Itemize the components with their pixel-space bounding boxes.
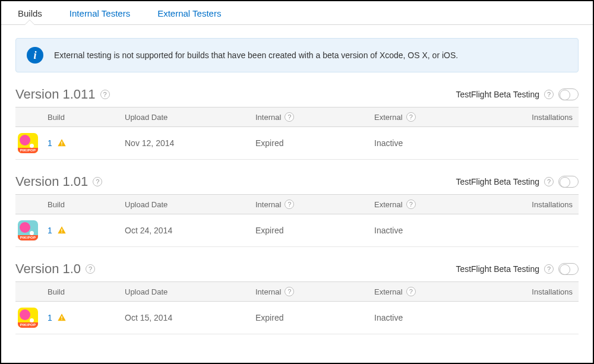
internal-status: Expired — [255, 226, 374, 235]
table-header: Build Upload Date Internal ? External ? … — [15, 194, 579, 214]
warning-icon — [57, 226, 67, 235]
builds-table: Build Upload Date Internal ? External ? … — [15, 107, 579, 160]
col-build: Build — [48, 113, 125, 122]
col-build: Build — [48, 200, 125, 209]
internal-help-icon[interactable]: ? — [285, 112, 294, 122]
internal-status: Expired — [255, 313, 374, 322]
col-upload: Upload Date — [125, 200, 255, 209]
table-header: Build Upload Date Internal ? External ? … — [15, 107, 579, 127]
svg-rect-3 — [61, 232, 62, 232]
col-external: External ? — [374, 112, 493, 122]
version-header: Version 1.0 ? TestFlight Beta Testing ? — [15, 261, 579, 277]
beta-testing-toggle[interactable] — [558, 176, 579, 188]
tabs-bar: Builds Internal Testers External Testers — [1, 1, 593, 25]
tab-external-testers[interactable]: External Testers — [153, 1, 226, 24]
internal-help-icon[interactable]: ? — [285, 287, 294, 296]
col-internal: Internal ? — [255, 112, 374, 122]
version-section: Version 1.01 ? TestFlight Beta Testing ?… — [15, 174, 579, 247]
version-title: Version 1.01 — [15, 174, 88, 189]
upload-date: Oct 24, 2014 — [125, 226, 255, 235]
version-title: Version 1.011 — [15, 87, 96, 102]
beta-help-icon[interactable]: ? — [544, 177, 554, 186]
external-help-icon[interactable]: ? — [406, 200, 416, 209]
version-section: Version 1.011 ? TestFlight Beta Testing … — [15, 87, 579, 160]
builds-table: Build Upload Date Internal ? External ? … — [15, 281, 579, 334]
build-number-link[interactable]: 1 — [48, 138, 52, 148]
beta-testing-toggle[interactable] — [558, 263, 579, 275]
external-status: Inactive — [374, 226, 493, 235]
version-help-icon[interactable]: ? — [93, 177, 102, 186]
tab-internal-testers[interactable]: Internal Testers — [65, 1, 135, 24]
table-row: PIKIPOP 1 Oct 24, 2014 Expired Inactive — [15, 214, 579, 247]
svg-rect-0 — [61, 141, 62, 144]
svg-rect-2 — [61, 229, 62, 231]
version-title: Version 1.0 — [15, 261, 81, 277]
app-icon: PIKIPOP — [18, 133, 38, 153]
version-header: Version 1.01 ? TestFlight Beta Testing ? — [15, 174, 579, 189]
beta-help-icon[interactable]: ? — [544, 264, 554, 274]
version-section: Version 1.0 ? TestFlight Beta Testing ? … — [15, 261, 579, 334]
beta-testing-label: TestFlight Beta Testing — [456, 177, 539, 186]
build-number-link[interactable]: 1 — [48, 226, 52, 235]
col-internal: Internal ? — [255, 287, 374, 296]
internal-help-icon[interactable]: ? — [285, 200, 294, 209]
table-header: Build Upload Date Internal ? External ? … — [15, 281, 579, 302]
upload-date: Nov 12, 2014 — [125, 138, 255, 148]
svg-rect-5 — [61, 319, 62, 319]
info-icon: i — [27, 47, 43, 64]
external-status: Inactive — [374, 313, 493, 322]
beta-testing-label: TestFlight Beta Testing — [456, 90, 539, 99]
svg-rect-1 — [61, 144, 62, 145]
app-icon: PIKIPOP — [18, 220, 38, 240]
col-external: External ? — [374, 287, 493, 296]
version-help-icon[interactable]: ? — [86, 264, 95, 274]
upload-date: Oct 15, 2014 — [125, 313, 255, 322]
external-help-icon[interactable]: ? — [406, 287, 416, 296]
info-banner: i External testing is not supported for … — [15, 38, 579, 72]
builds-table: Build Upload Date Internal ? External ? … — [15, 194, 579, 247]
app-icon: PIKIPOP — [18, 308, 38, 328]
col-installations: Installations — [493, 113, 576, 122]
col-upload: Upload Date — [125, 287, 255, 296]
col-internal: Internal ? — [255, 200, 374, 209]
external-status: Inactive — [374, 138, 493, 148]
col-external: External ? — [374, 200, 493, 209]
build-number-link[interactable]: 1 — [48, 313, 52, 322]
warning-icon — [57, 313, 67, 322]
svg-rect-4 — [61, 316, 62, 318]
external-help-icon[interactable]: ? — [406, 112, 416, 122]
warning-icon — [57, 138, 67, 148]
version-help-icon[interactable]: ? — [100, 90, 110, 99]
table-row: PIKIPOP 1 Oct 15, 2014 Expired Inactive — [15, 302, 579, 334]
table-row: PIKIPOP 1 Nov 12, 2014 Expired Inactive — [15, 127, 579, 160]
col-upload: Upload Date — [125, 113, 255, 122]
banner-text: External testing is not supported for bu… — [54, 50, 458, 60]
beta-help-icon[interactable]: ? — [544, 90, 554, 99]
col-installations: Installations — [493, 200, 576, 209]
col-installations: Installations — [493, 287, 576, 296]
beta-testing-toggle[interactable] — [558, 88, 579, 100]
internal-status: Expired — [255, 138, 374, 148]
version-header: Version 1.011 ? TestFlight Beta Testing … — [15, 87, 579, 102]
tab-builds[interactable]: Builds — [13, 1, 47, 24]
beta-testing-label: TestFlight Beta Testing — [456, 264, 539, 274]
col-build: Build — [48, 287, 125, 296]
